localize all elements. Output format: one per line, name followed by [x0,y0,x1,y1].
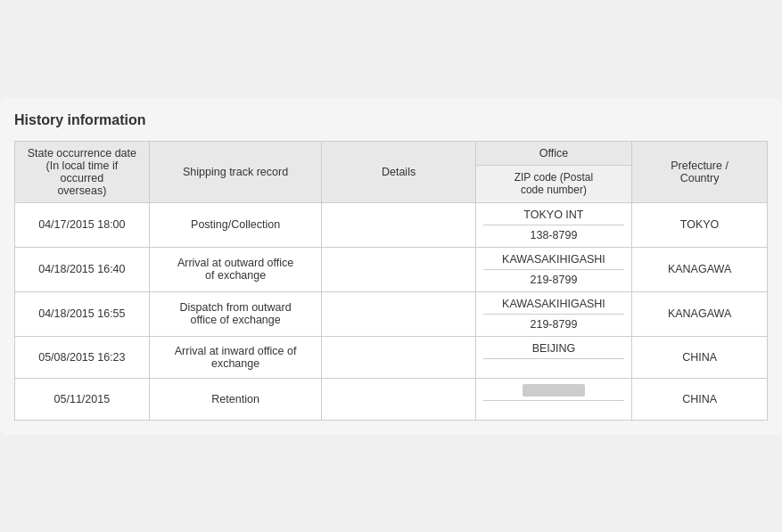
row4-date: 05/08/2015 16:23 [15,336,150,378]
row4-details [322,336,475,378]
row3-prefecture: KANAGAWA [632,291,768,336]
table-row: 04/18/2015 16:55 Dispatch from outwardof… [15,291,768,336]
row5-prefecture: CHINA [632,378,768,420]
row1-date: 04/17/2015 18:00 [15,202,150,247]
page-container: History information State occurrence dat… [0,98,782,435]
row1-office: TOKYO INT 138-8799 [475,202,631,247]
row5-track: Retention [149,378,322,420]
row4-office: BEIJING [475,336,631,378]
col-office-top-header: Office [475,141,631,165]
col-zip-header: ZIP code (Postalcode number) [475,165,631,202]
table-row: 05/11/2015 Retention CHINA [15,378,768,420]
blurred-office-name [523,384,585,397]
row2-office: KAWASAKIHIGASHI 219-8799 [475,247,631,291]
row3-details [322,291,475,336]
history-table: State occurrence date(In local time ifoc… [14,141,768,421]
row2-date: 04/18/2015 16:40 [15,247,150,291]
row3-office: KAWASAKIHIGASHI 219-8799 [475,291,631,336]
row2-details [322,247,475,291]
row1-details [322,202,475,247]
row3-track: Dispatch from outwardoffice of exchange [149,291,322,336]
row3-date: 04/18/2015 16:55 [15,291,150,336]
section-title: History information [14,112,768,128]
row1-track: Posting/Collection [149,202,322,247]
col-track-header: Shipping track record [149,141,322,202]
row5-office [475,378,631,420]
col-details-header: Details [322,141,475,202]
col-date-header: State occurrence date(In local time ifoc… [15,141,150,202]
row5-date: 05/11/2015 [15,378,150,420]
row4-prefecture: CHINA [632,336,768,378]
table-row: 04/17/2015 18:00 Posting/Collection TOKY… [15,202,768,247]
col-prefecture-header: Prefecture /Country [632,141,768,202]
row5-details [322,378,475,420]
row4-track: Arrival at inward office ofexchange [149,336,322,378]
table-row: 05/08/2015 16:23 Arrival at inward offic… [15,336,768,378]
row1-prefecture: TOKYO [632,202,768,247]
row2-track: Arrival at outward officeof exchange [149,247,322,291]
row2-prefecture: KANAGAWA [632,247,768,291]
table-row: 04/18/2015 16:40 Arrival at outward offi… [15,247,768,291]
